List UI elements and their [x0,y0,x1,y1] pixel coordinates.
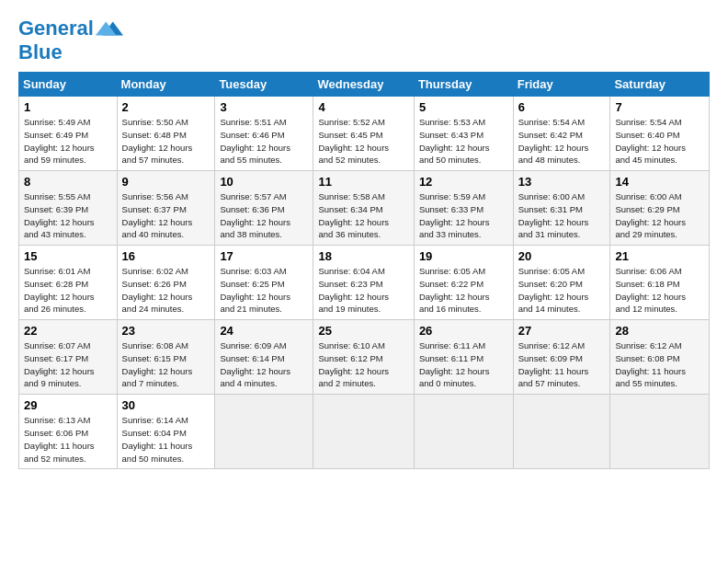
calendar-week-1: 1Sunrise: 5:49 AM Sunset: 6:49 PM Daylig… [19,97,710,171]
day-detail: Sunrise: 6:00 AM Sunset: 6:29 PM Dayligh… [615,190,704,241]
day-number: 16 [122,249,210,263]
day-detail: Sunrise: 5:57 AM Sunset: 6:36 PM Dayligh… [220,190,308,241]
day-detail: Sunrise: 6:08 AM Sunset: 6:15 PM Dayligh… [122,339,210,390]
day-detail: Sunrise: 6:05 AM Sunset: 6:20 PM Dayligh… [518,265,606,316]
day-detail: Sunrise: 6:13 AM Sunset: 6:06 PM Dayligh… [24,414,112,465]
calendar-cell [215,395,313,469]
day-number: 11 [318,175,408,189]
day-number: 28 [615,324,704,338]
calendar-cell: 30Sunrise: 6:14 AM Sunset: 6:04 PM Dayli… [117,395,215,469]
day-number: 24 [220,324,308,338]
calendar-cell: 24Sunrise: 6:09 AM Sunset: 6:14 PM Dayli… [215,320,313,395]
day-number: 22 [24,324,112,338]
col-header-thursday: Thursday [414,73,513,97]
calendar-cell: 19Sunrise: 6:05 AM Sunset: 6:22 PM Dayli… [414,246,513,320]
day-detail: Sunrise: 5:56 AM Sunset: 6:37 PM Dayligh… [122,190,210,241]
calendar-cell: 17Sunrise: 6:03 AM Sunset: 6:25 PM Dayli… [215,246,313,320]
calendar-cell: 26Sunrise: 6:11 AM Sunset: 6:11 PM Dayli… [414,320,513,395]
calendar-cell: 9Sunrise: 5:56 AM Sunset: 6:37 PM Daylig… [117,171,215,246]
calendar-cell: 4Sunrise: 5:52 AM Sunset: 6:45 PM Daylig… [313,97,414,171]
page: General Blue SundayMondayTuesdayWednesda… [0,0,728,478]
calendar-week-5: 29Sunrise: 6:13 AM Sunset: 6:06 PM Dayli… [19,395,710,469]
day-number: 7 [615,100,704,114]
logo-text: General [18,17,94,40]
logo: General Blue [18,15,123,63]
calendar-week-2: 8Sunrise: 5:55 AM Sunset: 6:39 PM Daylig… [19,171,710,246]
calendar-cell: 14Sunrise: 6:00 AM Sunset: 6:29 PM Dayli… [610,171,710,246]
day-detail: Sunrise: 6:09 AM Sunset: 6:14 PM Dayligh… [220,339,308,390]
calendar-cell: 2Sunrise: 5:50 AM Sunset: 6:48 PM Daylig… [117,97,215,171]
calendar-cell [513,395,610,469]
day-number: 13 [518,175,606,189]
calendar-cell: 16Sunrise: 6:02 AM Sunset: 6:26 PM Dayli… [117,246,215,320]
day-number: 8 [24,175,112,189]
day-number: 1 [24,100,112,114]
day-number: 29 [24,398,112,412]
calendar-week-4: 22Sunrise: 6:07 AM Sunset: 6:17 PM Dayli… [19,320,710,395]
calendar-cell: 21Sunrise: 6:06 AM Sunset: 6:18 PM Dayli… [610,246,710,320]
day-number: 17 [220,249,308,263]
day-detail: Sunrise: 6:10 AM Sunset: 6:12 PM Dayligh… [318,339,408,390]
calendar-cell: 20Sunrise: 6:05 AM Sunset: 6:20 PM Dayli… [513,246,610,320]
day-number: 5 [419,100,508,114]
calendar-table: SundayMondayTuesdayWednesdayThursdayFrid… [18,72,710,469]
day-number: 19 [419,249,508,263]
day-number: 18 [318,249,408,263]
day-detail: Sunrise: 6:04 AM Sunset: 6:23 PM Dayligh… [318,265,408,316]
calendar-cell: 13Sunrise: 6:00 AM Sunset: 6:31 PM Dayli… [513,171,610,246]
day-number: 23 [122,324,210,338]
col-header-friday: Friday [513,73,610,97]
day-detail: Sunrise: 5:54 AM Sunset: 6:42 PM Dayligh… [518,116,606,167]
calendar-cell: 10Sunrise: 5:57 AM Sunset: 6:36 PM Dayli… [215,171,313,246]
day-number: 26 [419,324,508,338]
day-detail: Sunrise: 5:53 AM Sunset: 6:43 PM Dayligh… [419,116,508,167]
calendar-cell [414,395,513,469]
day-detail: Sunrise: 6:11 AM Sunset: 6:11 PM Dayligh… [419,339,508,390]
calendar-cell: 5Sunrise: 5:53 AM Sunset: 6:43 PM Daylig… [414,97,513,171]
day-detail: Sunrise: 5:54 AM Sunset: 6:40 PM Dayligh… [615,116,704,167]
calendar-cell [610,395,710,469]
day-number: 25 [318,324,408,338]
header: General Blue [18,15,710,63]
day-detail: Sunrise: 6:07 AM Sunset: 6:17 PM Dayligh… [24,339,112,390]
calendar-cell: 8Sunrise: 5:55 AM Sunset: 6:39 PM Daylig… [19,171,118,246]
calendar-cell: 12Sunrise: 5:59 AM Sunset: 6:33 PM Dayli… [414,171,513,246]
col-header-tuesday: Tuesday [215,73,313,97]
day-number: 9 [122,175,210,189]
day-number: 30 [122,398,210,412]
calendar-cell: 18Sunrise: 6:04 AM Sunset: 6:23 PM Dayli… [313,246,414,320]
day-detail: Sunrise: 6:12 AM Sunset: 6:09 PM Dayligh… [518,339,606,390]
logo-icon [96,15,123,42]
day-number: 12 [419,175,508,189]
calendar-cell: 28Sunrise: 6:12 AM Sunset: 6:08 PM Dayli… [610,320,710,395]
calendar-header-row: SundayMondayTuesdayWednesdayThursdayFrid… [19,73,710,97]
calendar-week-3: 15Sunrise: 6:01 AM Sunset: 6:28 PM Dayli… [19,246,710,320]
day-number: 20 [518,249,606,263]
day-detail: Sunrise: 6:03 AM Sunset: 6:25 PM Dayligh… [220,265,308,316]
col-header-monday: Monday [117,73,215,97]
calendar-cell: 11Sunrise: 5:58 AM Sunset: 6:34 PM Dayli… [313,171,414,246]
day-detail: Sunrise: 6:06 AM Sunset: 6:18 PM Dayligh… [615,265,704,316]
day-detail: Sunrise: 5:52 AM Sunset: 6:45 PM Dayligh… [318,116,408,167]
day-detail: Sunrise: 5:51 AM Sunset: 6:46 PM Dayligh… [220,116,308,167]
day-detail: Sunrise: 5:50 AM Sunset: 6:48 PM Dayligh… [122,116,210,167]
calendar-cell: 22Sunrise: 6:07 AM Sunset: 6:17 PM Dayli… [19,320,118,395]
logo-blue: Blue [18,42,123,63]
calendar-cell: 25Sunrise: 6:10 AM Sunset: 6:12 PM Dayli… [313,320,414,395]
day-detail: Sunrise: 5:55 AM Sunset: 6:39 PM Dayligh… [24,190,112,241]
day-detail: Sunrise: 5:58 AM Sunset: 6:34 PM Dayligh… [318,190,408,241]
day-number: 21 [615,249,704,263]
day-number: 14 [615,175,704,189]
day-number: 6 [518,100,606,114]
calendar-cell: 1Sunrise: 5:49 AM Sunset: 6:49 PM Daylig… [19,97,118,171]
day-detail: Sunrise: 5:49 AM Sunset: 6:49 PM Dayligh… [24,116,112,167]
col-header-saturday: Saturday [610,73,710,97]
day-detail: Sunrise: 6:00 AM Sunset: 6:31 PM Dayligh… [518,190,606,241]
day-number: 27 [518,324,606,338]
col-header-sunday: Sunday [19,73,118,97]
col-header-wednesday: Wednesday [313,73,414,97]
day-number: 3 [220,100,308,114]
day-detail: Sunrise: 6:14 AM Sunset: 6:04 PM Dayligh… [122,414,210,465]
day-number: 15 [24,249,112,263]
calendar-cell: 15Sunrise: 6:01 AM Sunset: 6:28 PM Dayli… [19,246,118,320]
